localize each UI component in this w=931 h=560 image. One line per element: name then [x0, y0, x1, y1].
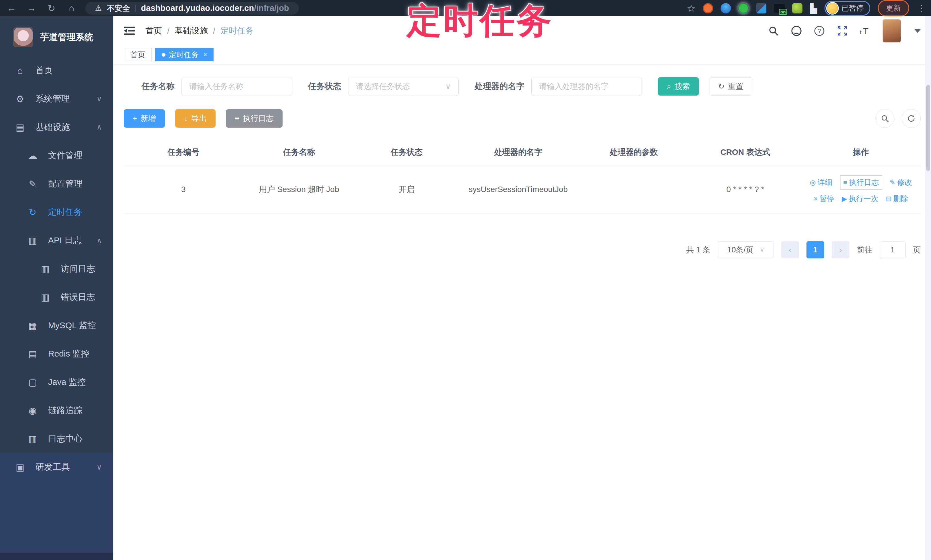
sidebar-item-mysql[interactable]: ▦MySQL 监控	[0, 311, 113, 340]
url-path: /infra/job	[254, 3, 289, 12]
sidebar-item-api-log[interactable]: ▥API 日志∧	[0, 226, 113, 255]
job-status-select[interactable]: 请选择任务状态 ∨	[348, 77, 459, 96]
sidebar-fold-icon[interactable]	[124, 25, 135, 37]
reset-button[interactable]: ↻重置	[709, 77, 752, 95]
url-host: dashboard.yudao.iocoder.cn	[141, 3, 254, 12]
sidebar-logo-row[interactable]: 芋道管理系统	[0, 16, 113, 56]
bookmark-star-icon[interactable]: ☆	[687, 3, 695, 14]
edit-link-label: 修改	[897, 177, 912, 188]
log-icon: ▥	[26, 434, 39, 445]
tab-label: 定时任务	[169, 50, 199, 60]
screen-icon: ▢	[26, 377, 39, 388]
pagination: 共 1 条 10条/页 ∨ ‹ 1 › 前往 页	[124, 241, 921, 258]
tab-job[interactable]: 定时任务×	[155, 48, 214, 61]
extension-icon-tool[interactable]	[792, 3, 803, 14]
breadcrumb-infra[interactable]: 基础设施	[175, 25, 208, 37]
tags-view-bar: 首页 定时任务×	[113, 46, 931, 65]
sidebar-item-java[interactable]: ▢Java 监控	[0, 368, 113, 396]
breadcrumb-current: 定时任务	[220, 25, 254, 37]
breadcrumb-home[interactable]: 首页	[145, 25, 162, 37]
col-job-status: 任务状态	[355, 139, 458, 165]
sidebar-item-label: 文件管理	[48, 150, 82, 162]
toggle-search-button[interactable]	[876, 109, 894, 128]
sidebar-item-config[interactable]: ✎配置管理	[0, 170, 113, 198]
avatar-caret-icon[interactable]	[914, 29, 921, 33]
sidebar-item-home[interactable]: ⌂首页	[0, 56, 113, 85]
search-icon[interactable]	[768, 25, 779, 37]
user-avatar[interactable]	[882, 19, 901, 43]
sidebar-item-label: MySQL 监控	[48, 320, 96, 331]
page-size-select[interactable]: 10条/页 ∨	[718, 241, 774, 258]
sidebar-item-label: 定时任务	[48, 206, 82, 218]
font-size-icon[interactable]: tT	[859, 25, 871, 37]
breadcrumb-separator: /	[167, 26, 170, 36]
delete-link-label: 删除	[893, 194, 908, 204]
page-scrollbar[interactable]	[925, 16, 931, 560]
extension-icon-green-check[interactable]	[738, 3, 749, 14]
help-icon[interactable]: ?	[814, 25, 825, 37]
sidebar-item-redis[interactable]: ▤Redis 监控	[0, 340, 113, 368]
browser-reload-button[interactable]: ↻	[45, 3, 58, 14]
refresh-button[interactable]	[902, 109, 921, 128]
pause-link[interactable]: ×暂停	[814, 194, 834, 204]
play-icon: ▶	[842, 195, 847, 203]
sidebar-item-label: 访问日志	[61, 263, 95, 275]
paused-label: 已暂停	[842, 3, 864, 13]
security-label[interactable]: 不安全	[107, 3, 130, 14]
sidebar-item-infra[interactable]: ▤基础设施∧	[0, 113, 113, 142]
main-area: 首页 / 基础设施 / 定时任务 ? tT 首页 定时任务×	[113, 16, 931, 560]
fullscreen-icon[interactable]	[837, 25, 848, 37]
delete-link[interactable]: ⊟删除	[886, 194, 908, 204]
sidebar-item-error-log[interactable]: ▥错误日志	[0, 283, 113, 311]
run-once-link[interactable]: ▶执行一次	[842, 194, 878, 204]
topbar-icons: ? tT	[768, 19, 921, 43]
extension-icon-blue[interactable]	[721, 3, 731, 14]
sidebar-item-system[interactable]: ⚙系统管理∨	[0, 85, 113, 113]
goto-page-input[interactable]	[880, 241, 906, 258]
page-1-button[interactable]: 1	[806, 241, 824, 258]
profile-paused-badge[interactable]: 已暂停	[825, 1, 870, 16]
address-bar[interactable]: ⚠ 不安全 dashboard.yudao.iocoder.cn/infra/j…	[85, 2, 299, 15]
export-button[interactable]: ↓导出	[175, 109, 216, 128]
next-page-button[interactable]: ›	[832, 241, 849, 258]
browser-back-button[interactable]: ←	[5, 3, 18, 14]
sidebar-item-label: 日志中心	[48, 433, 82, 445]
detail-link[interactable]: ◎详细	[810, 177, 832, 188]
prev-page-button[interactable]: ‹	[781, 241, 799, 258]
tab-home[interactable]: 首页	[124, 48, 152, 61]
github-icon[interactable]	[791, 25, 802, 37]
job-log-button-label: 执行日志	[243, 113, 274, 124]
extension-icon-orange[interactable]	[703, 3, 713, 14]
reset-icon: ↻	[718, 82, 724, 91]
search-icon: ⌕	[667, 82, 671, 91]
run-log-link[interactable]: ≡执行日志	[840, 175, 882, 190]
extension-icon-list[interactable]: on	[774, 4, 785, 12]
extension-icon-grid[interactable]	[756, 3, 766, 14]
job-name-input[interactable]	[182, 77, 292, 96]
sidebar-item-access-log[interactable]: ▥访问日志	[0, 255, 113, 283]
search-button[interactable]: ⌕搜索	[658, 77, 699, 95]
handler-name-input[interactable]	[531, 77, 642, 96]
scrollbar-thumb[interactable]	[926, 85, 930, 171]
col-handler-param: 处理器的参数	[578, 139, 690, 165]
sidebar-item-file[interactable]: ☁文件管理	[0, 142, 113, 170]
add-button[interactable]: +新增	[124, 109, 165, 128]
close-icon[interactable]: ×	[203, 51, 207, 58]
sidebar-item-dev-tools[interactable]: ▣研发工具∨	[0, 453, 113, 481]
job-log-button[interactable]: ≡执行日志	[226, 109, 282, 128]
edit-link[interactable]: ✎修改	[890, 177, 912, 188]
browser-menu-icon[interactable]: ⋮	[917, 3, 926, 14]
monitor-icon: ▦	[26, 320, 39, 331]
browser-forward-button[interactable]: →	[25, 3, 38, 14]
plus-icon: +	[133, 114, 137, 123]
browser-home-button[interactable]: ⌂	[65, 3, 78, 14]
sidebar-item-log-center[interactable]: ▥日志中心	[0, 425, 113, 453]
extensions-puzzle-icon[interactable]: ▙	[810, 3, 817, 14]
sidebar-item-trace[interactable]: ◉链路追踪	[0, 396, 113, 425]
sidebar-item-label: 系统管理	[35, 93, 70, 105]
logo-image	[14, 28, 32, 47]
on-badge: on	[779, 9, 787, 15]
browser-update-button[interactable]: 更新	[878, 0, 909, 16]
cell-cron: 0 * * * * ? *	[690, 165, 801, 214]
sidebar-item-job[interactable]: ↻定时任务	[0, 198, 113, 226]
